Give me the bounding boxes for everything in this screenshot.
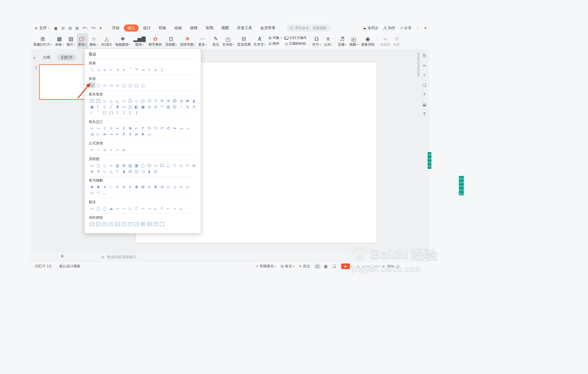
export-pdf-icon[interactable]: ⊠ xyxy=(75,26,80,31)
shape-icon[interactable]: ⇥ xyxy=(108,131,114,137)
shape-icon[interactable] xyxy=(159,162,165,168)
ribbon-button[interactable]: 形状▾ xyxy=(77,33,88,49)
shape-icon[interactable]: ⌐ xyxy=(140,205,146,211)
shape-icon[interactable]: } xyxy=(133,110,140,116)
shape-icon[interactable]: ⇧ xyxy=(101,125,108,131)
shape-icon[interactable]: ⑧ xyxy=(159,98,165,104)
shape-icon[interactable]: ▱ xyxy=(121,98,127,104)
shape-icon[interactable]: ▢ xyxy=(95,205,102,211)
shape-icon[interactable]: ▢ xyxy=(133,82,140,88)
shape-icon[interactable]: ✺ xyxy=(133,184,140,190)
shape-icon[interactable] xyxy=(140,98,146,104)
shape-icon[interactable]: ⊞ xyxy=(121,162,127,168)
shape-icon[interactable]: ▣ xyxy=(140,104,146,110)
shape-icon[interactable]: ☀ xyxy=(191,104,197,110)
ribbon-button[interactable]: ⊡流程图▾ xyxy=(164,33,179,49)
shape-icon[interactable]: ∿ xyxy=(178,184,184,190)
menu-tab[interactable]: 开始 xyxy=(108,24,123,32)
shape-icon[interactable]: ↝ xyxy=(140,67,146,73)
shape-icon[interactable]: ⇨ xyxy=(89,125,95,131)
shape-icon[interactable]: ▷ xyxy=(95,221,102,227)
shape-icon[interactable]: ⇦ xyxy=(95,125,102,131)
shape-icon[interactable]: ◎ xyxy=(146,104,152,110)
text-tool-icon[interactable]: T xyxy=(423,112,426,116)
shape-icon[interactable]: ◡ xyxy=(101,190,108,196)
tab-outline[interactable]: 大纲 xyxy=(42,55,50,60)
shape-icon[interactable]: ∿ xyxy=(184,162,191,168)
redo-icon[interactable]: ↷▾ xyxy=(90,26,97,31)
shape-icon[interactable]: ▭ xyxy=(114,82,121,88)
shape-icon[interactable]: ▱ xyxy=(152,162,159,168)
smart-beautify-button[interactable]: ✧智能美化▴ xyxy=(256,264,276,269)
slide-thumbnail[interactable] xyxy=(39,64,86,100)
shape-icon[interactable]: ↻ xyxy=(146,125,152,131)
comment-pane-icon[interactable]: ◒ xyxy=(423,102,426,106)
ribbon-small-button[interactable]: ✇附件 xyxy=(268,42,282,46)
shape-icon[interactable]: ▤ xyxy=(127,162,134,168)
shape-icon[interactable]: ⇢ xyxy=(184,125,191,131)
ribbon-button[interactable]: ❋思维导图▾ xyxy=(178,33,197,49)
slide-layout-icon[interactable]: ❏ xyxy=(423,83,426,87)
shape-icon[interactable]: ▣ xyxy=(89,104,95,110)
file-menu-button[interactable]: ≡ 文件 ▾ xyxy=(30,25,53,31)
shape-icon[interactable]: ♡ xyxy=(178,104,184,110)
shape-icon[interactable]: ▶ xyxy=(140,221,146,227)
shape-icon[interactable]: ▭ xyxy=(121,104,127,110)
ribbon-button[interactable]: ▦表格▾ xyxy=(54,33,65,49)
shape-icon[interactable]: ∿ xyxy=(146,67,152,73)
ribbon-small-button[interactable]: 幻灯片编号 xyxy=(285,36,307,40)
share-button[interactable]: ↗分享 xyxy=(400,26,411,31)
menu-tab[interactable]: 开发工具 xyxy=(233,24,256,32)
menu-tab[interactable]: 审阅 xyxy=(202,24,217,32)
shape-icon[interactable]: = xyxy=(114,147,121,153)
shape-icon[interactable]: ∟ xyxy=(178,205,184,211)
ribbon-button[interactable]: A文本框▾ xyxy=(221,33,236,49)
save-icon[interactable]: ▣ xyxy=(53,26,58,31)
shape-icon[interactable]: ⇩ xyxy=(108,125,114,131)
shape-icon[interactable]: [ xyxy=(114,110,121,116)
menu-tab[interactable]: 会员专享 xyxy=(257,24,279,32)
shape-icon[interactable]: ◇ xyxy=(133,98,140,104)
shape-icon[interactable]: ▭ xyxy=(89,162,95,168)
collapse-panel-icon[interactable]: « xyxy=(33,55,35,60)
shape-icon[interactable]: ☁ xyxy=(108,205,114,211)
shape-icon[interactable]: ◇ xyxy=(101,162,108,168)
shape-icon[interactable]: ⌂ xyxy=(114,221,121,227)
shape-icon[interactable]: ¬ xyxy=(172,205,178,211)
ribbon-button[interactable]: ▶视频▾ xyxy=(348,33,359,49)
shape-icon[interactable]: ▢ xyxy=(95,82,102,88)
shape-icon[interactable]: ⇞ xyxy=(121,131,127,137)
shape-icon[interactable]: ✹ xyxy=(89,184,95,190)
shape-icon[interactable]: { xyxy=(127,110,134,116)
pane-list-icon[interactable]: ☰ xyxy=(423,54,426,58)
shape-icon[interactable]: ⇥ xyxy=(108,221,114,227)
ribbon-button[interactable]: △3D演示 xyxy=(100,33,114,49)
shape-icon[interactable]: △ xyxy=(108,98,114,104)
ribbon-button[interactable]: ❖智能图形▾ xyxy=(114,33,132,49)
shape-icon[interactable]: ▥ xyxy=(114,162,121,168)
shape-icon[interactable]: ⇕ xyxy=(121,125,127,131)
shape-icon[interactable] xyxy=(146,162,152,168)
shape-icon[interactable]: ↷ xyxy=(133,67,140,73)
shape-icon[interactable]: ○ xyxy=(101,98,108,104)
shape-icon[interactable]: ▢ xyxy=(127,82,134,88)
shape-icon[interactable]: ⑫ xyxy=(172,98,178,104)
menu-tab[interactable]: 插入 xyxy=(124,24,139,32)
customize-toolbar-icon[interactable]: ▾ xyxy=(99,26,103,31)
shape-icon[interactable]: ▢ xyxy=(140,162,146,168)
ribbon-button[interactable]: ✿稻壳素材 xyxy=(147,33,164,49)
shape-icon[interactable]: {} xyxy=(108,110,114,116)
shape-icon[interactable]: ▭ xyxy=(101,82,108,88)
shape-icon[interactable]: ╱ xyxy=(108,104,114,110)
ribbon-button[interactable]: ⊞新建幻灯片▾ xyxy=(32,33,54,49)
shape-icon[interactable]: ○ xyxy=(165,162,172,168)
vertical-scrollbar[interactable] xyxy=(417,52,420,247)
shape-icon[interactable]: ✚ xyxy=(140,131,146,137)
normal-view-button[interactable]: ▢ xyxy=(314,264,320,268)
shape-icon[interactable]: ✯ xyxy=(121,184,127,190)
shape-icon[interactable]: ◫ xyxy=(127,104,134,110)
shape-icon[interactable]: ◖ xyxy=(121,168,127,174)
shape-icon[interactable]: ] xyxy=(121,110,127,116)
collapse-ribbon-icon[interactable]: ∧ xyxy=(424,26,427,30)
shape-icon[interactable]: [] xyxy=(101,110,108,116)
